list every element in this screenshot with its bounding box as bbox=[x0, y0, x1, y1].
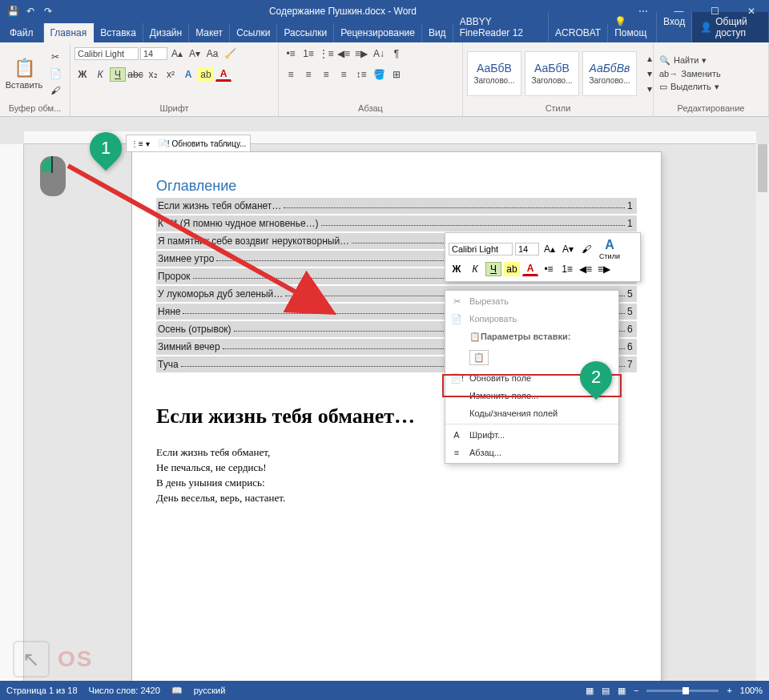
mini-font-size[interactable]: 14 bbox=[515, 243, 539, 255]
scrollbar-vertical[interactable] bbox=[756, 144, 769, 681]
mini-styles-icon[interactable]: A bbox=[605, 238, 614, 252]
mini-italic[interactable]: К bbox=[467, 262, 483, 276]
cut-icon[interactable]: ✂ bbox=[47, 50, 63, 64]
mini-format-painter[interactable]: 🖌 bbox=[578, 242, 594, 256]
shrink-font-icon[interactable]: A▾ bbox=[187, 46, 203, 61]
ruler-vertical[interactable] bbox=[0, 144, 24, 681]
tab-home[interactable]: Главная bbox=[44, 23, 95, 42]
mini-underline[interactable]: Ч bbox=[485, 262, 501, 276]
clipboard-icon: 📋 bbox=[469, 332, 481, 341]
mini-bullets[interactable]: •≡ bbox=[541, 262, 557, 276]
numbering-icon[interactable]: 1≡ bbox=[300, 46, 316, 61]
mini-bold[interactable]: Ж bbox=[449, 262, 465, 276]
view-print-icon[interactable]: ▤ bbox=[602, 686, 610, 696]
mini-numbering[interactable]: 1≡ bbox=[559, 262, 575, 276]
select-button[interactable]: ▭ Выделить ▾ bbox=[658, 81, 723, 93]
mini-indent[interactable]: ≡▶ bbox=[596, 262, 612, 276]
body-line[interactable]: В день уныния смирись: bbox=[156, 477, 637, 489]
tab-view[interactable]: Вид bbox=[422, 23, 453, 42]
highlight-icon[interactable]: ab bbox=[198, 67, 214, 82]
tab-layout[interactable]: Макет bbox=[189, 23, 230, 42]
paste-button[interactable]: 📋 Вставить bbox=[4, 58, 44, 90]
zoom-level[interactable]: 100% bbox=[740, 686, 763, 695]
tab-design[interactable]: Дизайн bbox=[143, 23, 189, 42]
view-read-icon[interactable]: ▦ bbox=[586, 686, 594, 696]
align-center-icon[interactable]: ≡ bbox=[300, 67, 316, 82]
bold-button[interactable]: Ж bbox=[74, 67, 91, 82]
status-proofing-icon[interactable]: 📖 bbox=[171, 686, 183, 696]
zoom-slider[interactable] bbox=[646, 690, 719, 692]
zoom-out-button[interactable]: − bbox=[634, 686, 638, 695]
underline-button[interactable]: Ч bbox=[110, 67, 126, 82]
text-effects-icon[interactable]: A bbox=[180, 67, 196, 82]
tab-file[interactable]: Файл bbox=[0, 23, 44, 42]
grow-font-icon[interactable]: A▴ bbox=[169, 46, 185, 61]
ribbon-options-icon[interactable]: ⋯ bbox=[625, 0, 661, 22]
align-left-icon[interactable]: ≡ bbox=[283, 67, 299, 82]
toc-line[interactable]: К *** (Я помню чудное мгновенье…)1 bbox=[156, 215, 637, 231]
maximize-button[interactable]: ☐ bbox=[697, 0, 733, 22]
styles-gallery[interactable]: АаБбВЗаголово... АаБбВЗаголово... АаБбВв… bbox=[467, 51, 637, 96]
status-language[interactable]: русский bbox=[194, 686, 225, 695]
toc-update-button[interactable]: 📄! Обновить таблицу... bbox=[154, 139, 251, 148]
zoom-in-button[interactable]: + bbox=[727, 686, 731, 695]
change-case-icon[interactable]: Aa bbox=[204, 46, 220, 61]
view-web-icon[interactable]: ▦ bbox=[618, 686, 626, 696]
italic-button[interactable]: К bbox=[92, 67, 108, 82]
close-button[interactable]: ✕ bbox=[733, 0, 769, 22]
tab-references[interactable]: Ссылки bbox=[230, 23, 277, 42]
status-words[interactable]: Число слов: 2420 bbox=[89, 686, 160, 695]
replace-button[interactable]: ab→ Заменить bbox=[658, 68, 723, 79]
tab-mailings[interactable]: Рассылки bbox=[277, 23, 334, 42]
borders-icon[interactable]: ⊞ bbox=[389, 67, 405, 82]
superscript-button[interactable]: x² bbox=[163, 67, 179, 82]
group-editing-label: Редактирование bbox=[658, 102, 764, 116]
align-right-icon[interactable]: ≡ bbox=[318, 67, 334, 82]
clear-format-icon[interactable]: 🧹 bbox=[222, 46, 238, 61]
mini-highlight[interactable]: ab bbox=[504, 262, 520, 276]
font-size-select[interactable]: 14 bbox=[140, 47, 167, 60]
ctx-field-codes[interactable]: Коды/значения полей bbox=[445, 404, 618, 422]
show-marks-icon[interactable]: ¶ bbox=[389, 46, 405, 61]
multilevel-icon[interactable]: ⋮≡ bbox=[318, 46, 334, 61]
minimize-button[interactable]: — bbox=[661, 0, 697, 22]
save-icon[interactable]: 💾 bbox=[6, 5, 19, 18]
tab-acrobat[interactable]: ACROBAT bbox=[549, 23, 608, 42]
ctx-cut[interactable]: ✂Вырезать bbox=[445, 292, 618, 310]
outdent-icon[interactable]: ◀≡ bbox=[336, 46, 352, 61]
undo-icon[interactable]: ↶ bbox=[24, 5, 37, 18]
bullets-icon[interactable]: •≡ bbox=[283, 46, 299, 61]
status-page[interactable]: Страница 1 из 18 bbox=[6, 686, 78, 695]
tab-insert[interactable]: Вставка bbox=[94, 23, 143, 42]
shading-icon[interactable]: 🪣 bbox=[371, 67, 387, 82]
mini-font-color[interactable]: A bbox=[522, 262, 538, 276]
find-button[interactable]: 🔍 Найти ▾ bbox=[658, 54, 723, 66]
justify-icon[interactable]: ≡ bbox=[336, 67, 352, 82]
mini-shrink-font[interactable]: A▾ bbox=[560, 242, 576, 256]
format-painter-icon[interactable]: 🖌 bbox=[47, 83, 63, 98]
style-heading3[interactable]: АаБбВвЗаголово... bbox=[582, 51, 637, 96]
ctx-copy[interactable]: 📄Копировать bbox=[445, 310, 618, 328]
body-line[interactable]: День веселья, верь, настанет. bbox=[156, 492, 637, 505]
font-color-icon[interactable]: A bbox=[215, 67, 232, 82]
mini-font-name[interactable]: Calibri Light bbox=[449, 243, 513, 255]
copy-icon: 📄 bbox=[450, 314, 463, 324]
mini-outdent[interactable]: ◀≡ bbox=[578, 262, 594, 276]
mini-grow-font[interactable]: A▴ bbox=[542, 242, 558, 256]
copy-icon[interactable]: 📄 bbox=[47, 66, 63, 81]
line-spacing-icon[interactable]: ↕≡ bbox=[353, 67, 369, 82]
sort-icon[interactable]: A↓ bbox=[371, 46, 387, 61]
subscript-button[interactable]: x₂ bbox=[145, 67, 161, 82]
strike-button[interactable]: abc bbox=[127, 67, 143, 82]
ctx-font[interactable]: AШрифт... bbox=[445, 426, 618, 444]
window-title: Содержание Пушкин.docx - Word bbox=[61, 6, 625, 17]
style-heading2[interactable]: АаБбВЗаголово... bbox=[525, 51, 579, 96]
toc-line[interactable]: Если жизнь тебя обманет…1 bbox=[156, 198, 637, 214]
font-name-select[interactable]: Calibri Light bbox=[74, 47, 139, 60]
indent-icon[interactable]: ≡▶ bbox=[353, 46, 369, 61]
redo-icon[interactable]: ↷ bbox=[42, 5, 54, 18]
style-heading1[interactable]: АаБбВЗаголово... bbox=[467, 51, 521, 96]
ctx-paragraph[interactable]: ≡Абзац... bbox=[445, 444, 618, 461]
tab-review[interactable]: Рецензирование bbox=[334, 23, 422, 42]
toc-handle-icon[interactable]: ⋮≡ ▾ bbox=[127, 139, 154, 148]
